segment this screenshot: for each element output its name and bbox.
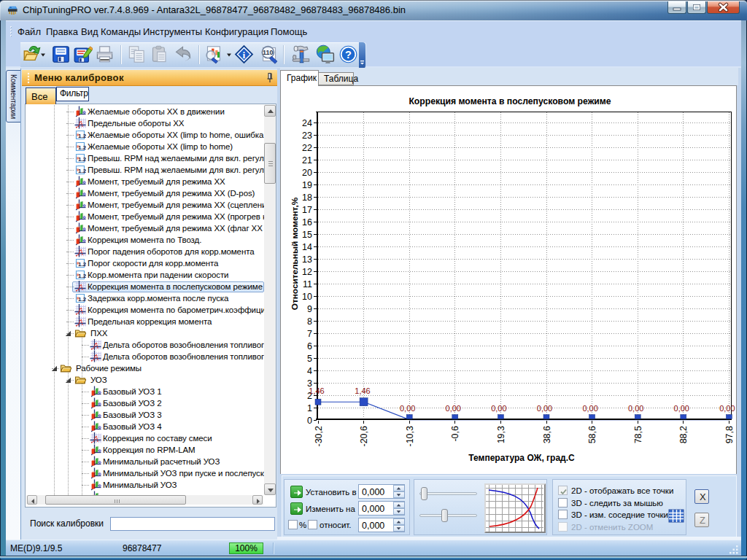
svg-text:-20,6: -20,6	[359, 426, 369, 447]
svg-text:17: 17	[302, 205, 312, 215]
svg-text:16: 16	[302, 217, 312, 228]
svg-text:21: 21	[302, 155, 312, 166]
svg-text:0: 0	[307, 416, 312, 426]
svg-text:10: 10	[302, 292, 312, 302]
svg-text:15: 15	[302, 230, 312, 240]
svg-text:i: i	[243, 50, 246, 61]
svg-text:23: 23	[302, 131, 312, 141]
svg-text:11: 11	[303, 279, 312, 289]
svg-text:14: 14	[302, 242, 312, 252]
svg-text:0,00: 0,00	[491, 404, 506, 413]
svg-text:58,6: 58,6	[587, 426, 597, 443]
svg-text:?: ?	[345, 49, 352, 61]
svg-text:4: 4	[307, 366, 312, 376]
svg-text:19,3: 19,3	[496, 426, 506, 443]
svg-text:8: 8	[307, 316, 312, 327]
svg-text:0,00: 0,00	[719, 404, 735, 413]
svg-text:-10,3: -10,3	[405, 426, 415, 447]
svg-text:20: 20	[302, 168, 312, 178]
svg-text:0,00: 0,00	[446, 404, 461, 413]
svg-text:0,00: 0,00	[582, 404, 597, 413]
svg-text:Относительный момент,%: Относительный момент,%	[290, 197, 300, 310]
svg-text:0,00: 0,00	[537, 404, 552, 413]
svg-text:Коррекция момента в послепуско: Коррекция момента в послепусковом режиме	[409, 96, 611, 106]
svg-text:1,46: 1,46	[309, 386, 324, 395]
svg-text:-30,2: -30,2	[314, 426, 324, 447]
svg-text:97,8: 97,8	[724, 426, 735, 443]
svg-text:24: 24	[302, 118, 312, 128]
svg-text:7: 7	[307, 329, 312, 339]
svg-text:38,6: 38,6	[542, 426, 552, 443]
svg-text:9: 9	[307, 304, 312, 314]
svg-text:110: 110	[263, 49, 274, 56]
svg-text:-0,6: -0,6	[450, 426, 460, 442]
svg-text:12: 12	[302, 267, 312, 277]
svg-text:78,5: 78,5	[633, 426, 643, 443]
svg-text:18: 18	[302, 192, 312, 203]
svg-text:22: 22	[302, 143, 312, 153]
svg-text:6: 6	[307, 341, 312, 351]
svg-text:1,46: 1,46	[355, 386, 370, 395]
svg-text:Температура ОЖ, град.С: Температура ОЖ, град.С	[468, 453, 575, 463]
svg-text:0,00: 0,00	[628, 404, 643, 413]
svg-text:5: 5	[307, 354, 312, 364]
svg-text:0,00: 0,00	[400, 404, 415, 413]
svg-text:0,00: 0,00	[674, 404, 689, 413]
svg-text:1: 1	[307, 403, 312, 413]
svg-text:88,2: 88,2	[678, 426, 689, 443]
svg-text:13: 13	[302, 254, 312, 265]
svg-text:19: 19	[302, 180, 312, 190]
